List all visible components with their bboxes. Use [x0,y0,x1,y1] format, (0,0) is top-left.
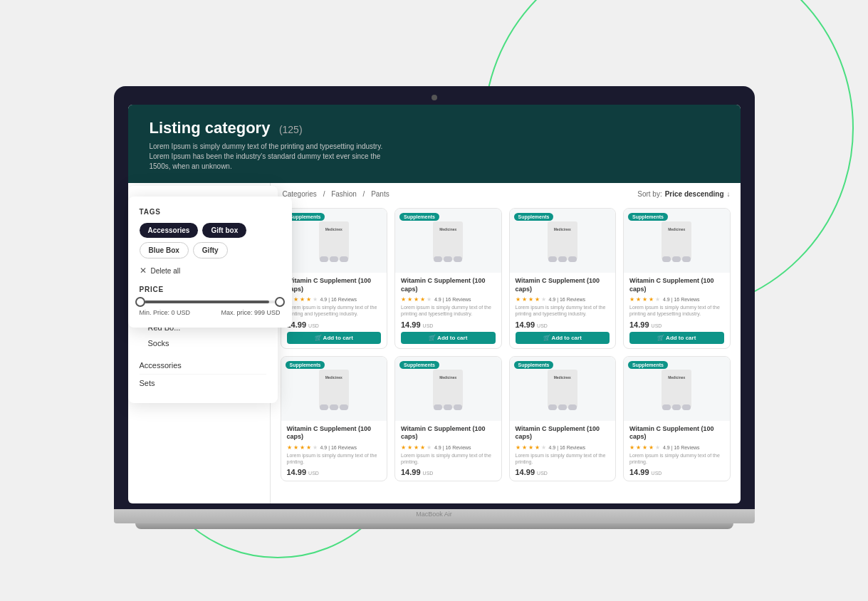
product-name: Witamin C Supplement (100 caps) [287,425,382,441]
product-price: 14.99 USD [401,320,496,329]
sort-direction-icon: ↓ [727,190,731,198]
tags-price-panel: TAGS Accessories Gift box Blue Box Gifty… [128,197,292,328]
medicine-illustration [309,367,359,410]
price-section-title: PRICE [140,286,281,293]
product-info: Witamin C Supplement (100 caps) ★★★★★ 4.… [281,421,387,481]
product-name: Witamin C Supplement (100 caps) [629,277,724,293]
product-grid: Supplements Witamin C Supplement (100 ca… [281,208,731,481]
product-price: 14.99 USD [629,468,724,476]
product-rating: ★★★★★ 4.9 | 16 Reviews [401,296,496,303]
product-card: Supplements Witamin C Supplement (100 ca… [623,208,731,349]
laptop-wrapper: PRODUCTS Bestsellers + Products − Glasse… [114,86,755,529]
add-to-cart-button[interactable]: 🛒 Add to cart [629,332,724,344]
breadcrumb: Categories / Fashion / Pants [281,190,392,198]
medicine-illustration [652,367,701,410]
product-image: Supplements [281,209,387,273]
product-description: Lorem ipsum is simply dummy text of the … [287,452,382,465]
delete-all-button[interactable]: ✕ Delete all [140,266,281,276]
page-description: Lorem Ipsum is simply dummy text of the … [150,142,392,172]
product-price: 14.99 USD [401,468,496,476]
product-description: Lorem ipsum is simply dummy text of the … [401,304,496,317]
product-image: Supplements [395,209,501,273]
product-image: Supplements [510,209,616,273]
product-info: Witamin C Supplement (100 caps) ★★★★★ 4.… [624,273,730,348]
sidebar-item-accessories[interactable]: Accessories [140,357,266,375]
product-info: Witamin C Supplement (100 caps) ★★★★★ 4.… [624,421,730,481]
product-rating: ★★★★★ 4.9 | 16 Reviews [287,444,382,451]
product-description: Lorem ipsum is simply dummy text of the … [516,452,610,465]
delete-all-label: Delete all [151,267,181,275]
page-header: Listing category (125) Lorem Ipsum is si… [128,105,741,183]
price-range-slider[interactable] [140,300,281,303]
sort-value[interactable]: Price descending [665,190,724,198]
product-name: Witamin C Supplement (100 caps) [287,277,382,293]
breadcrumb-fashion[interactable]: Fashion [331,190,357,198]
page-title: Listing category [150,119,271,137]
product-name: Witamin C Supplement (100 caps) [516,425,610,441]
breadcrumb-sep1: / [323,190,325,198]
medicine-illustration [538,219,587,262]
product-rating: ★★★★★ 4.9 | 16 Reviews [287,296,382,303]
main-content: Categories / Fashion / Pants Sort by: Pr… [271,183,741,503]
tag-gifty[interactable]: Gifty [193,242,228,258]
breadcrumb-pants[interactable]: Pants [371,190,389,198]
product-rating: ★★★★★ 4.9 | 16 Reviews [401,444,496,451]
price-min-label: Min. Price: 0 USD [140,309,191,316]
price-range-fill [145,300,268,303]
tag-bluebox[interactable]: Blue Box [140,242,189,258]
product-info: Witamin C Supplement (100 caps) ★★★★★ 4.… [395,273,501,348]
product-image: Supplements [281,357,387,421]
product-card: Supplements Witamin C Supplement (100 ca… [509,208,617,349]
product-card: Supplements Witamin C Supplement (100 ca… [394,208,502,349]
add-to-cart-button[interactable]: 🛒 Add to cart [401,332,496,344]
close-icon: ✕ [140,266,147,276]
product-name: Witamin C Supplement (100 caps) [516,277,610,293]
product-price: 14.99 USD [287,320,382,329]
add-to-cart-button[interactable]: 🛒 Add to cart [287,332,382,344]
product-price: 14.99 USD [516,468,610,476]
product-name: Witamin C Supplement (100 caps) [629,425,724,441]
product-image: Supplements [395,357,501,421]
product-card: Supplements Witamin C Supplement (100 ca… [281,356,388,482]
product-price: 14.99 USD [629,320,724,329]
sort-label: Sort by: [637,190,662,198]
product-description: Lorem ipsum is simply dummy text of the … [629,452,724,465]
laptop-base [114,509,755,523]
product-count: (125) [279,124,303,135]
product-image: Supplements [624,209,730,273]
medicine-illustration [423,367,473,410]
product-image: Supplements [510,357,616,421]
product-price: 14.99 USD [287,468,382,476]
product-name: Witamin C Supplement (100 caps) [401,425,496,441]
laptop-bottom [135,523,733,529]
add-to-cart-button[interactable]: 🛒 Add to cart [516,332,610,344]
product-card: Supplements Witamin C Supplement (100 ca… [394,356,502,482]
product-rating: ★★★★★ 4.9 | 16 Reviews [629,444,724,451]
product-info: Witamin C Supplement (100 caps) ★★★★★ 4.… [281,273,387,348]
breadcrumb-sep2: / [363,190,365,198]
price-thumb-min[interactable] [135,297,145,307]
product-info: Witamin C Supplement (100 caps) ★★★★★ 4.… [510,273,616,348]
product-card: Supplements Witamin C Supplement (100 ca… [623,356,731,482]
price-thumb-max[interactable] [275,297,285,307]
laptop-camera [432,95,437,100]
medicine-illustration [538,367,587,410]
product-description: Lorem ipsum is simply dummy text of the … [629,304,724,317]
sidebar-item-sets[interactable]: Sets [140,375,266,392]
sort-row: Sort by: Price descending ↓ [637,190,730,198]
product-name: Witamin C Supplement (100 caps) [401,277,496,293]
product-image: Supplements [624,357,730,421]
sidebar-subitem-socks[interactable]: Socks [140,335,266,351]
price-labels: Min. Price: 0 USD Max. price: 999 USD [140,309,281,316]
product-info: Witamin C Supplement (100 caps) ★★★★★ 4.… [510,421,616,481]
tag-giftbox[interactable]: Gift box [202,223,246,238]
medicine-illustration [423,219,473,262]
product-description: Lorem ipsum is simply dummy text of the … [287,304,382,317]
tag-accessories[interactable]: Accessories [140,223,199,238]
price-max-label: Max. price: 999 USD [221,309,280,316]
product-card: Supplements Witamin C Supplement (100 ca… [509,356,617,482]
tags-container: Accessories Gift box Blue Box Gifty [140,223,281,258]
tags-section-title: TAGS [140,208,281,216]
product-rating: ★★★★★ 4.9 | 16 Reviews [516,444,610,451]
product-card: Supplements Witamin C Supplement (100 ca… [281,208,388,349]
